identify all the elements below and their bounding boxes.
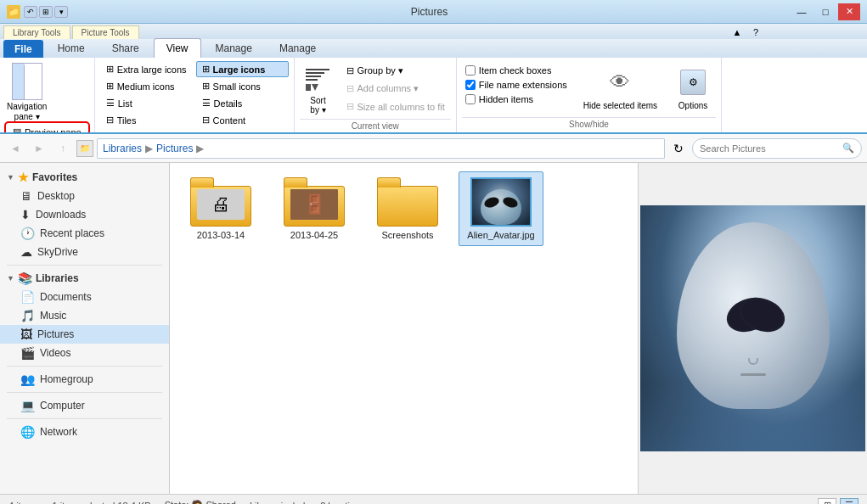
search-icon: 🔍 [842, 143, 854, 154]
forward-button[interactable]: ► [29, 138, 49, 159]
quick-access-btn[interactable]: 📁 [76, 140, 93, 157]
sidebar-item-network[interactable]: 🌐 Network [0, 423, 169, 441]
list-btn[interactable]: ☰List [100, 95, 193, 111]
small-icons-btn[interactable]: ⊞Small icons [196, 78, 289, 94]
sidebar-divider-1 [7, 265, 162, 266]
path-libraries[interactable]: Libraries [103, 143, 142, 154]
folder-1-label: 2013-03-14 [197, 230, 245, 240]
sidebar-item-computer[interactable]: 💻 Computer [0, 396, 169, 415]
path-pictures[interactable]: Pictures [156, 143, 193, 154]
group-by-btn[interactable]: ⊟ Group by ▾ [341, 63, 451, 79]
tab-manage-2[interactable]: Manage [267, 38, 329, 58]
computer-icon: 💻 [20, 399, 35, 412]
alien-avatar-label: Alien_Avatar.jpg [467, 230, 534, 240]
sidebar-item-skydrive[interactable]: ☁ SkyDrive [0, 243, 169, 261]
status-library: Library includes: 2 locations [250, 501, 365, 505]
preview-pane-btn[interactable]: ▤ Preview pane [7, 124, 87, 134]
item-check-boxes-checkbox[interactable] [465, 65, 476, 76]
minimize-button[interactable]: — [791, 3, 813, 20]
large-icons-btn[interactable]: ⊞Large icons [196, 61, 289, 77]
quick-undo-btn[interactable]: ↶ [24, 6, 37, 18]
content-btn[interactable]: ⊟Content [196, 112, 289, 128]
sidebar-item-music[interactable]: 🎵 Music [0, 306, 169, 325]
up-button[interactable]: ↑ [53, 138, 73, 159]
hidden-items-option[interactable]: Hidden items [462, 93, 571, 105]
extra-large-icons-btn[interactable]: ⊞Extra large icons [100, 61, 193, 77]
address-bar: ◄ ► ↑ 📁 Libraries ▶ Pictures ▶ ↻ 🔍 [0, 134, 867, 163]
tab-view[interactable]: View [154, 38, 201, 58]
details-btn[interactable]: ☰Details [196, 95, 289, 111]
sidebar-item-pictures[interactable]: 🖼 Pictures [0, 325, 169, 344]
library-tools-tab[interactable]: Library Tools [3, 25, 70, 39]
size-columns-btn: ⊟ Size all columns to fit [341, 98, 451, 115]
item-check-boxes-option[interactable]: Item check boxes [462, 64, 571, 76]
sidebar-item-videos[interactable]: 🎬 Videos [0, 344, 169, 362]
file-item-alien-avatar[interactable]: Alien_Avatar.jpg [459, 171, 543, 246]
pictures-icon: 🖼 [20, 328, 32, 341]
file-area: 🖨 2013-03-14 🚪 2013-04-25 Screenshots [170, 163, 638, 494]
preview-pane [638, 163, 867, 494]
folder-icon-1: 🖨 [190, 177, 251, 227]
back-button[interactable]: ◄ [5, 138, 25, 159]
favorites-caret: ▼ [7, 173, 14, 182]
sort-by-btn[interactable]: Sortby ▾ [300, 61, 337, 119]
layout-section: ⊞Extra large icons ⊞Large icons ⊞Medium … [95, 58, 295, 132]
current-view-section: Sortby ▾ ⊟ Group by ▾ ⊟ Add columns ▾ ⊟ … [295, 58, 457, 132]
file-item-folder-2[interactable]: 🚪 2013-04-25 [272, 171, 357, 246]
downloads-icon: ⬇ [20, 208, 31, 221]
preview-image [640, 205, 865, 451]
help-button[interactable]: ? [746, 25, 765, 39]
options-btn[interactable]: ⚙ Options [670, 61, 716, 117]
path-sep-1: ▶ [145, 143, 153, 154]
sidebar-item-downloads[interactable]: ⬇ Downloads [0, 205, 169, 224]
tab-manage-1[interactable]: Manage [203, 38, 265, 58]
refresh-button[interactable]: ↻ [668, 138, 689, 159]
sidebar-item-documents[interactable]: 📄 Documents [0, 288, 169, 306]
main-area: ▼ ★ Favorites 🖥 Desktop ⬇ Downloads 🕐 Re… [0, 163, 867, 494]
alien-nose [748, 358, 758, 365]
medium-icons-btn[interactable]: ⊞Medium icons [100, 78, 193, 94]
hidden-items-checkbox[interactable] [465, 94, 476, 104]
sidebar-item-homegroup[interactable]: 👥 Homegroup [0, 370, 169, 389]
close-button[interactable]: ✕ [838, 3, 860, 20]
ribbon-collapse-btn[interactable]: ▲ [728, 25, 746, 39]
quick-properties-btn[interactable]: ⊞ [39, 6, 53, 18]
recent-places-icon: 🕐 [20, 227, 35, 240]
libraries-caret: ▼ [7, 274, 14, 283]
file-item-folder-3[interactable]: Screenshots [365, 171, 450, 246]
alien-mouth [740, 373, 766, 376]
sidebar-divider-4 [7, 418, 162, 419]
picture-tools-tab[interactable]: Picture Tools [72, 25, 139, 39]
tab-file[interactable]: File [3, 40, 43, 58]
search-input[interactable] [700, 143, 839, 154]
homegroup-icon: 👥 [20, 372, 35, 386]
file-name-extensions-option[interactable]: File name extensions [462, 79, 571, 91]
search-box[interactable]: 🔍 [692, 138, 862, 159]
tiles-btn[interactable]: ⊟Tiles [100, 112, 193, 128]
desktop-icon: 🖥 [20, 189, 32, 203]
tab-share[interactable]: Share [99, 38, 152, 58]
music-icon: 🎵 [20, 309, 35, 322]
navigation-pane-btn[interactable] [12, 63, 42, 100]
favorites-header[interactable]: ▼ ★ Favorites [0, 168, 169, 187]
sidebar-divider-2 [7, 366, 162, 367]
window-title: Pictures [68, 6, 791, 18]
address-path[interactable]: Libraries ▶ Pictures ▶ [97, 138, 665, 159]
libraries-header[interactable]: ▼ 📚 Libraries [0, 269, 169, 288]
view-toggle-list[interactable]: ⊞ [818, 498, 836, 505]
quick-dropdown-btn[interactable]: ▾ [54, 6, 68, 18]
favorites-group: ▼ ★ Favorites 🖥 Desktop ⬇ Downloads 🕐 Re… [0, 168, 169, 261]
folder-icon-2: 🚪 [284, 177, 345, 227]
file-name-extensions-checkbox[interactable] [465, 80, 476, 90]
hide-selected-items-btn[interactable]: 👁 Hide selected items [576, 61, 665, 117]
tab-home[interactable]: Home [45, 38, 98, 58]
file-item-folder-1[interactable]: 🖨 2013-03-14 [178, 171, 263, 246]
showhide-label: Show/hide [462, 117, 716, 129]
view-toggle-details[interactable]: ☰ [840, 498, 859, 505]
sidebar-item-recent-places[interactable]: 🕐 Recent places [0, 224, 169, 243]
sidebar: ▼ ★ Favorites 🖥 Desktop ⬇ Downloads 🕐 Re… [0, 163, 170, 494]
maximize-button[interactable]: □ [814, 3, 836, 20]
alien-thumbnail [470, 177, 532, 227]
sidebar-item-desktop[interactable]: 🖥 Desktop [0, 187, 169, 205]
videos-icon: 🎬 [20, 346, 35, 360]
